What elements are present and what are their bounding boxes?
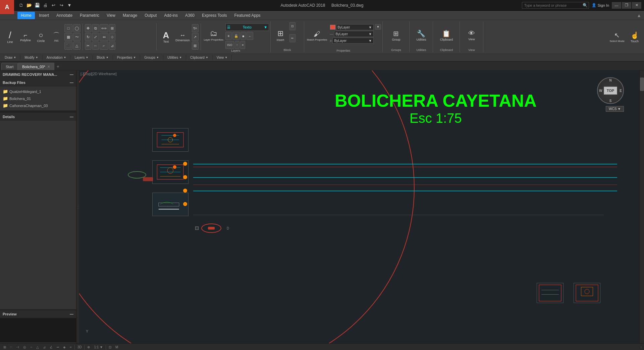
- tab-start[interactable]: Start: [1, 63, 18, 70]
- copy-button[interactable]: ⧉: [92, 24, 99, 32]
- ellipse-button[interactable]: ◯: [73, 24, 80, 32]
- anno-scale-btn[interactable]: ⊕: [86, 345, 91, 349]
- stretch-button[interactable]: ⇔: [100, 33, 108, 41]
- menu-manage[interactable]: Manage: [119, 12, 141, 19]
- menu-featured[interactable]: Featured Apps: [231, 12, 264, 19]
- line-button[interactable]: / Line: [3, 24, 17, 50]
- osnap-btn[interactable]: ○: [29, 345, 34, 349]
- group-button[interactable]: ⊞ Group: [389, 22, 404, 48]
- mtext-button[interactable]: ¶A: [192, 24, 199, 32]
- backup-files-header[interactable]: Backup Files —: [0, 79, 76, 87]
- panel-minimize-btn[interactable]: —: [70, 72, 73, 77]
- layer-combo[interactable]: ☰ Texto ▼: [225, 23, 269, 31]
- view-button[interactable]: 👁 View: [464, 22, 479, 48]
- sel-btn[interactable]: ≈: [68, 345, 73, 349]
- panel-title[interactable]: DRAWING RECOVERY MANA... —: [0, 70, 76, 79]
- layer-walk-btn[interactable]: ↑: [235, 41, 240, 49]
- touch-button[interactable]: ☝ Touch: [627, 24, 642, 50]
- hatch-button[interactable]: ▦: [64, 33, 72, 41]
- menu-parametric[interactable]: Parametric: [76, 12, 103, 19]
- 3d-btn[interactable]: 3D: [76, 345, 83, 349]
- block-label-bar[interactable]: Block ▼: [93, 55, 113, 60]
- arc-button[interactable]: ⌒ Arc: [49, 24, 64, 50]
- ducs-btn[interactable]: ⊿: [42, 345, 47, 349]
- explode-button[interactable]: ⊹: [109, 33, 115, 41]
- layer-prev-btn[interactable]: ←: [247, 32, 253, 40]
- otrack-btn[interactable]: △: [35, 345, 40, 349]
- menu-annotate[interactable]: Annotate: [53, 12, 76, 19]
- dyn-btn[interactable]: ∠: [48, 345, 54, 349]
- layer-freeze-btn[interactable]: ☀: [225, 32, 232, 40]
- qa-print[interactable]: 🖨: [42, 2, 49, 9]
- tab-add-button[interactable]: +: [54, 63, 62, 70]
- move-button[interactable]: ✥: [85, 24, 91, 32]
- details-collapse-btn[interactable]: —: [70, 115, 73, 119]
- menu-insert[interactable]: Insert: [36, 12, 52, 19]
- polar-btn[interactable]: ◎: [22, 345, 28, 349]
- extend-button[interactable]: ↔: [92, 42, 99, 50]
- chamfer-button[interactable]: ⊿: [109, 42, 115, 50]
- table-button[interactable]: ⊞: [192, 42, 199, 50]
- annotation-label[interactable]: Annotation ▼: [43, 55, 71, 60]
- spline-button[interactable]: 〜: [73, 33, 80, 41]
- draw-label[interactable]: Draw ▼: [1, 55, 20, 60]
- tab-close-btn[interactable]: ✕: [47, 65, 50, 68]
- fillet-button[interactable]: ⌐: [100, 42, 108, 50]
- clipboard-button[interactable]: 📋 Clipboard: [439, 22, 454, 48]
- scale-button[interactable]: ⤢: [92, 33, 99, 41]
- file-item-quatzehildegard[interactable]: 📁 QuatzeHildegard_1: [1, 88, 75, 95]
- gradient-button[interactable]: ⬛: [64, 42, 72, 50]
- tab-bolichera[interactable]: Bolichera_03* ✕: [18, 63, 54, 70]
- qa-undo[interactable]: ↩: [50, 2, 57, 9]
- modify-label[interactable]: Modify ▼: [20, 55, 42, 60]
- array-button[interactable]: ⊞: [109, 24, 115, 32]
- ui-btn[interactable]: M: [114, 345, 119, 349]
- search-input[interactable]: [522, 2, 589, 9]
- menu-output[interactable]: Output: [141, 12, 160, 19]
- minimize-button[interactable]: —: [612, 2, 621, 9]
- ribbon-collapse[interactable]: ▲: [637, 13, 644, 18]
- groups-label[interactable]: Groups ▼: [140, 55, 163, 60]
- qa-dropdown[interactable]: ▼: [66, 2, 73, 9]
- restore-button[interactable]: ❐: [622, 2, 631, 9]
- clipboard-label[interactable]: Clipboard ▼: [186, 55, 213, 60]
- workspace-btn[interactable]: ⊡: [107, 345, 113, 349]
- text-button[interactable]: A Text: [159, 24, 173, 50]
- match-properties-button[interactable]: 🖌 Match Properties: [306, 23, 328, 49]
- layer-match-btn[interactable]: ≡: [240, 41, 245, 49]
- qa-save[interactable]: 💾: [34, 2, 41, 9]
- file-item-canonera[interactable]: 📁 CañoneraChapman_03: [1, 102, 75, 109]
- layer-color-btn[interactable]: ■: [240, 32, 246, 40]
- create-block-btn[interactable]: ⊡: [289, 22, 296, 30]
- wcs-dropdown[interactable]: ▼: [618, 107, 621, 111]
- select-mode-button[interactable]: ↖ Select Mode: [608, 24, 626, 50]
- rectangle-button[interactable]: □: [64, 24, 72, 32]
- signin-label[interactable]: Sign In: [598, 3, 609, 7]
- dimension-button[interactable]: ↔ Dimension: [174, 24, 191, 50]
- details-header[interactable]: Details —: [0, 113, 76, 121]
- circle-button[interactable]: ○ Circle: [34, 24, 48, 50]
- utilities-label[interactable]: Utilities ▼: [163, 55, 186, 60]
- linetype-combo[interactable]: ByLayer ▼: [334, 31, 374, 37]
- qa-open[interactable]: 📂: [25, 2, 33, 9]
- properties-label[interactable]: Properties ▼: [113, 55, 141, 60]
- layers-label[interactable]: Layers ▼: [70, 55, 93, 60]
- layer-properties-button[interactable]: 🗂 Layer Properties: [202, 22, 225, 48]
- rotate-button[interactable]: ↻: [85, 33, 91, 41]
- lw-btn[interactable]: ═: [55, 345, 60, 349]
- layer-lock-btn[interactable]: 🔓: [232, 32, 240, 40]
- preview-collapse-btn[interactable]: —: [70, 312, 73, 316]
- leader-button[interactable]: ↗: [192, 33, 199, 41]
- scroll-thumb[interactable]: [640, 78, 644, 91]
- app-button[interactable]: A: [0, 0, 14, 14]
- menu-view[interactable]: View: [103, 12, 119, 19]
- edit-block-btn[interactable]: ✏: [289, 34, 296, 42]
- scale-list-btn[interactable]: 1:1 ▼: [93, 345, 104, 349]
- insert-button[interactable]: ⊞ Insert: [272, 22, 289, 48]
- mirror-button[interactable]: ⟺: [100, 24, 108, 32]
- qa-new[interactable]: 🗋: [17, 2, 25, 9]
- grid-btn[interactable]: ∷: [9, 345, 13, 349]
- menu-express[interactable]: Express Tools: [199, 12, 230, 19]
- menu-a360[interactable]: A360: [182, 12, 198, 19]
- region-button[interactable]: △: [73, 42, 80, 50]
